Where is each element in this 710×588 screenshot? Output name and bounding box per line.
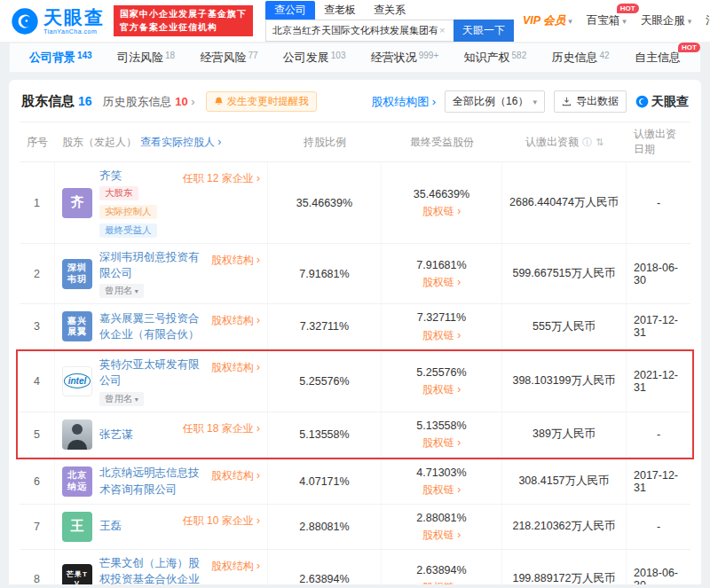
shareholder-avatar[interactable]: 深圳韦玥: [62, 259, 92, 289]
tab-operation-risk[interactable]: 经营风险77: [200, 50, 257, 66]
export-data-button[interactable]: 导出数据: [554, 90, 627, 113]
watermark-logo-icon: [635, 95, 649, 108]
ratio-filter-dropdown[interactable]: 全部比例（16）▾: [445, 90, 545, 113]
capital-cell: 2686.440474万人民币: [502, 162, 627, 244]
date-cell: -: [627, 162, 690, 244]
search-input[interactable]: [265, 20, 454, 42]
shareholder-action-link[interactable]: 任职 10 家企业: [183, 514, 260, 529]
shareholder-info: 齐笑 大股东实际控制人最终受益人: [99, 168, 176, 238]
search-tab-company[interactable]: 查公司: [265, 1, 315, 20]
tianyancha-logo[interactable]: 天眼查 TianYanCha.com: [11, 7, 105, 35]
clear-search-icon[interactable]: ×: [439, 20, 454, 42]
tab-operation-status[interactable]: 经营状况999+: [371, 50, 439, 66]
search-tab-boss[interactable]: 查老板: [315, 1, 365, 20]
shareholder-table-body: 1 齐 齐笑 大股东实际控制人最终受益人 任职 12 家企业 35.46639%…: [20, 162, 690, 584]
shareholder-name-link[interactable]: 北京纳远明志信息技术咨询有限公司: [99, 465, 204, 497]
sort-icon[interactable]: ⇅: [596, 137, 604, 148]
tab-intellectual-property[interactable]: 知识产权582: [464, 50, 527, 66]
search-tab-relation[interactable]: 查关系: [365, 1, 414, 20]
tab-judicial-risk[interactable]: 司法风险18: [117, 50, 175, 66]
benefit-percent: 5.25576%: [416, 365, 466, 381]
tab-company-development[interactable]: 公司发展103: [283, 50, 346, 66]
capital-cell: 599.667515万人民币: [502, 244, 627, 304]
ratio-cell: 2.63894%: [268, 550, 382, 585]
ratio-cell: 5.13558%: [268, 412, 382, 458]
header-capital: 认缴出资额 ⓘ ⇅: [502, 122, 627, 162]
view-actual-controller-link[interactable]: 查看实际控股人: [140, 135, 221, 150]
shareholder-name-link[interactable]: 齐笑: [99, 168, 176, 184]
shareholder-name-link[interactable]: 嘉兴展翼三号投资合伙企业（有限合伙）: [99, 310, 204, 342]
date-cell: 2018-06-30: [627, 550, 690, 585]
person-photo-avatar[interactable]: [62, 419, 92, 450]
shareholder-info: 北京纳远明志信息技术咨询有限公司: [99, 465, 204, 497]
shareholder-info: 嘉兴展翼三号投资合伙企业（有限合伙）: [99, 310, 204, 342]
gov-badge-line2: 官方备案企业征信机构: [120, 21, 247, 35]
capital-cell: 218.210362万人民币: [502, 505, 627, 550]
shareholder-action-link[interactable]: 任职 12 家企业: [183, 171, 260, 186]
shareholder-action-link[interactable]: 股权结构: [211, 313, 260, 328]
hot-badge: HOT: [678, 43, 700, 52]
shareholder-name-link[interactable]: 芒果文创（上海）股权投资基金合伙企业（有限合伙）: [99, 555, 204, 585]
ratio-cell: 35.46639%: [268, 162, 382, 244]
shareholder-avatar[interactable]: 北京纳远: [62, 466, 92, 497]
equity-chain-link[interactable]: 股权链: [422, 527, 461, 544]
shareholder-action-link[interactable]: 股权结构: [211, 468, 260, 483]
capital-cell: 308.4157万人民币: [502, 459, 627, 505]
vip-menu-item[interactable]: VIP 会员▾: [523, 13, 572, 28]
equity-chain-link[interactable]: 股权链: [422, 327, 461, 344]
equity-chain-link[interactable]: 股权链: [422, 482, 461, 498]
shareholder-avatar[interactable]: 齐: [62, 188, 92, 218]
section-header: 股东信息16 历史股东信息 10 发生变更时提醒我 股权结构图 全部比例（16）…: [20, 89, 690, 122]
shareholder-name-link[interactable]: 王磊: [99, 518, 176, 534]
search-button[interactable]: 天眼一下: [454, 20, 514, 42]
benefit-cell: 5.25576% 股权链: [382, 351, 502, 412]
shareholder-avatar[interactable]: intel: [62, 366, 92, 396]
chevron-down-icon: ▾: [622, 17, 627, 26]
enterprise-service-menu-item[interactable]: 天眼企服▾: [641, 13, 692, 28]
shareholder-action-link[interactable]: 股权结构: [211, 559, 260, 574]
shareholder-info: 王磊: [99, 518, 176, 534]
row-index: 3: [20, 304, 55, 349]
equity-structure-chart-link[interactable]: 股权结构图: [371, 94, 436, 110]
chevron-down-icon: ▾: [568, 17, 572, 26]
tag-actual: 实际控制人: [99, 205, 157, 219]
tab-company-background[interactable]: 公司背景143: [29, 50, 92, 66]
tab-history-info[interactable]: 历史信息42: [552, 50, 610, 66]
equity-chain-link[interactable]: 股权链: [422, 203, 461, 220]
shareholder-name-link[interactable]: 英特尔亚太研发有限公司: [99, 357, 204, 388]
tag-alias[interactable]: 曾用名: [99, 284, 144, 298]
shareholder-action-link[interactable]: 股权结构: [211, 253, 260, 268]
equity-chain-link[interactable]: 股权链: [422, 579, 461, 584]
shareholder-cell: 王 王磊 任职 10 家企业: [55, 505, 268, 550]
shareholder-avatar[interactable]: 嘉兴展翼: [62, 311, 92, 341]
shareholder-tags: 大股东实际控制人最终受益人: [99, 186, 176, 238]
shareholder-name-link[interactable]: 深圳韦玥创意投资有限公司: [99, 249, 204, 281]
equity-chain-link[interactable]: 股权链: [422, 435, 461, 451]
message-center-menu-item[interactable]: 消息中心: [706, 13, 710, 28]
header-ratio: 持股比例: [268, 122, 382, 162]
history-shareholders-link[interactable]: 历史股东信息 10: [103, 94, 195, 110]
shareholder-action-link[interactable]: 任职 18 家企业: [183, 421, 260, 436]
ratio-cell: 7.91681%: [268, 244, 382, 304]
shareholder-count: 16: [78, 94, 92, 108]
equity-chain-link[interactable]: 股权链: [422, 274, 461, 291]
ratio-cell: 7.32711%: [268, 304, 382, 349]
shareholder-cell: 齐 齐笑 大股东实际控制人最终受益人 任职 12 家企业: [55, 162, 268, 244]
tag-alias[interactable]: 曾用名: [99, 392, 144, 406]
shareholder-name-link[interactable]: 张艺谋: [99, 427, 176, 443]
table-header-row: 序号 股东（发起人） 查看实际控股人 持股比例 最终受益股份 认缴出资额 ⓘ ⇅…: [20, 122, 690, 162]
shareholder-avatar[interactable]: 芒果TV: [62, 564, 92, 584]
shareholder-action-link[interactable]: 股权结构: [211, 360, 260, 375]
search-area: 查公司 查老板 查关系 × 天眼一下: [265, 1, 514, 42]
tab-self-info[interactable]: 自主信息HOT: [635, 50, 681, 66]
toolbox-menu-item[interactable]: 百宝箱▾HOT: [587, 13, 627, 28]
section-actions: 股权结构图 全部比例（16）▾ 导出数据 天眼查: [371, 90, 689, 113]
table-row: 7 王 王磊 任职 10 家企业 2.88081% 2.88081% 股权链 2…: [20, 505, 690, 550]
download-icon: [562, 97, 572, 106]
shareholder-avatar[interactable]: 王: [62, 512, 92, 542]
equity-chain-link[interactable]: 股权链: [422, 381, 461, 398]
row-index: 7: [20, 505, 55, 550]
ratio-cell: 4.07171%: [268, 459, 382, 505]
change-remind-button[interactable]: 发生变更时提醒我: [206, 91, 317, 112]
logo-swirl-icon: [11, 7, 39, 35]
